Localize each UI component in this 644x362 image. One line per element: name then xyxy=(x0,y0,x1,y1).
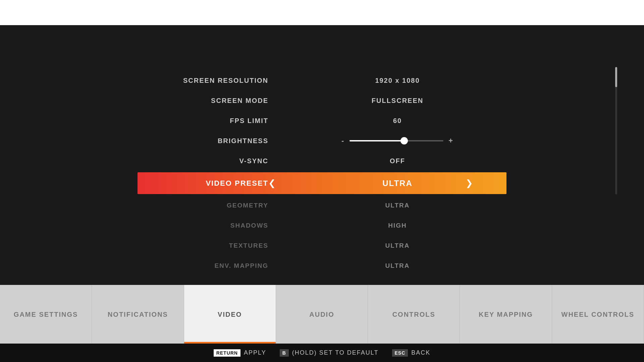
key-badge-back: ESC xyxy=(392,349,408,357)
setting-row-geometry: GEOMETRYULTRA xyxy=(138,195,506,216)
bottom-bar: RETURNAPPLYB(HOLD) SET TO DEFAULTESCBACK xyxy=(0,344,644,362)
setting-label-textures: TEXTURES xyxy=(138,242,288,249)
header xyxy=(0,0,644,25)
slider-thumb-brightness[interactable] xyxy=(400,137,408,144)
arrow-right-video-preset[interactable]: ❯ xyxy=(466,178,473,188)
action-label-back: BACK xyxy=(411,349,430,356)
setting-label-shadows: SHADOWS xyxy=(138,222,288,229)
bottom-action-back[interactable]: ESCBACK xyxy=(392,349,431,357)
arrow-left-video-preset[interactable]: ❮ xyxy=(268,178,276,188)
setting-row-video-preset[interactable]: VIDEO PRESET❮❯ULTRA xyxy=(138,172,506,194)
tab-wheel-controls[interactable]: WHEEL CONTROLS xyxy=(552,285,644,344)
setting-label-env-mapping: ENV. MAPPING xyxy=(138,262,288,269)
setting-label-geometry: GEOMETRY xyxy=(138,202,288,209)
setting-row-env-mapping: ENV. MAPPINGULTRA xyxy=(138,256,506,276)
setting-value-video-preset[interactable]: ULTRA xyxy=(288,179,506,188)
slider-fill-brightness xyxy=(350,140,406,141)
bottom-action-apply[interactable]: RETURNAPPLY xyxy=(214,349,266,357)
setting-label-fps-limit: FPS LIMIT xyxy=(138,117,288,125)
setting-value-fps-limit: 60 xyxy=(288,117,506,125)
action-label-default: (HOLD) SET TO DEFAULT xyxy=(292,349,379,356)
tab-audio[interactable]: AUDIO xyxy=(276,285,368,344)
main-content: SCREEN RESOLUTION1920 x 1080SCREEN MODEF… xyxy=(0,67,644,312)
setting-row-textures: TEXTURESULTRA xyxy=(138,236,506,256)
tab-controls[interactable]: CONTROLS xyxy=(368,285,460,344)
bottom-tabs: GAME SETTINGSNOTIFICATIONSVIDEOAUDIOCONT… xyxy=(0,285,644,344)
setting-value-env-mapping: ULTRA xyxy=(288,262,506,269)
slider-container-brightness[interactable]: -+ xyxy=(288,136,506,145)
tab-game-settings[interactable]: GAME SETTINGS xyxy=(0,285,92,344)
tab-key-mapping[interactable]: KEY MAPPING xyxy=(460,285,552,344)
key-badge-apply: RETURN xyxy=(214,349,240,357)
setting-value-geometry: ULTRA xyxy=(288,202,506,209)
setting-label-screen-mode: SCREEN MODE xyxy=(138,97,288,105)
settings-list: SCREEN RESOLUTION1920 x 1080SCREEN MODEF… xyxy=(138,70,506,276)
setting-row-brightness[interactable]: BRIGHTNESS-+ xyxy=(138,131,506,151)
slider-plus-brightness[interactable]: + xyxy=(448,136,453,145)
setting-label-v-sync: V-SYNC xyxy=(138,157,288,165)
setting-value-v-sync: OFF xyxy=(288,157,506,165)
setting-row-screen-mode: SCREEN MODEFULLSCREEN xyxy=(138,90,506,111)
action-label-apply: APPLY xyxy=(244,349,266,356)
slider-track-brightness[interactable] xyxy=(350,140,443,141)
setting-label-video-preset: VIDEO PRESET xyxy=(138,179,288,188)
setting-row-v-sync: V-SYNCOFF xyxy=(138,151,506,171)
setting-value-screen-resolution: 644 x 362 xyxy=(288,77,506,84)
setting-row-shadows: SHADOWSHIGH xyxy=(138,216,506,236)
setting-row-fps-limit: FPS LIMIT60 xyxy=(138,111,506,131)
setting-value-shadows: HIGH xyxy=(288,222,506,229)
setting-row-screen-resolution: SCREEN RESOLUTION1920 x 1080 xyxy=(138,70,506,90)
bottom-action-default[interactable]: B(HOLD) SET TO DEFAULT xyxy=(280,349,379,357)
key-badge-default: B xyxy=(280,349,289,357)
setting-value-screen-mode: FULLSCREEN xyxy=(288,97,506,105)
tab-notifications[interactable]: NOTIFICATIONS xyxy=(92,285,184,344)
setting-value-textures: ULTRA xyxy=(288,242,506,249)
slider-minus-brightness[interactable]: - xyxy=(341,136,344,145)
setting-value-brightness: -+ xyxy=(288,136,506,145)
setting-label-screen-resolution: SCREEN RESOLUTION xyxy=(138,77,288,84)
setting-label-brightness: BRIGHTNESS xyxy=(138,137,288,145)
tab-video[interactable]: VIDEO xyxy=(184,285,276,344)
